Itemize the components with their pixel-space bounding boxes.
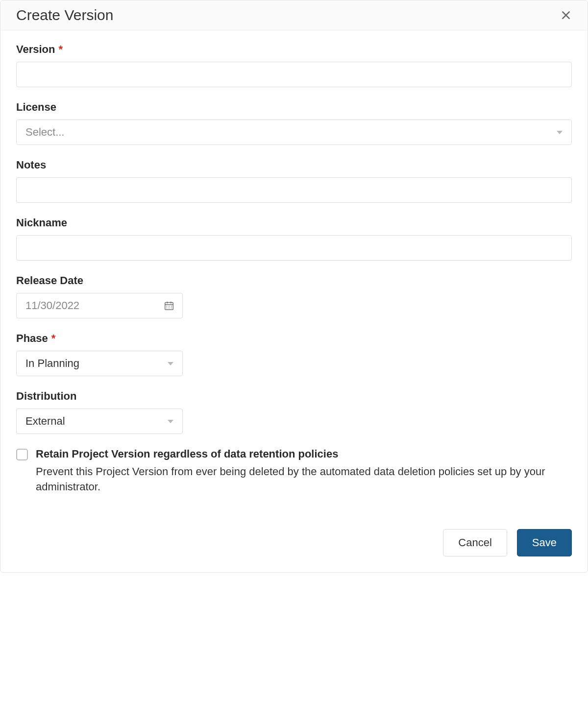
phase-select[interactable]: In Planning bbox=[16, 351, 183, 376]
license-select-placeholder: Select... bbox=[25, 126, 64, 139]
save-button[interactable]: Save bbox=[517, 529, 572, 556]
phase-label-text: Phase bbox=[16, 332, 48, 345]
retain-title: Retain Project Version regardless of dat… bbox=[36, 448, 572, 460]
chevron-down-icon bbox=[557, 131, 563, 134]
license-label: License bbox=[16, 101, 572, 114]
field-phase: Phase * In Planning bbox=[16, 332, 572, 376]
notes-input[interactable] bbox=[16, 177, 572, 203]
field-license: License Select... bbox=[16, 101, 572, 145]
field-release-date: Release Date 11/30/2022 bbox=[16, 274, 572, 318]
notes-label-text: Notes bbox=[16, 159, 46, 171]
version-input[interactable] bbox=[16, 62, 572, 87]
distribution-label-text: Distribution bbox=[16, 390, 76, 403]
phase-select-value: In Planning bbox=[25, 357, 79, 370]
release-date-placeholder: 11/30/2022 bbox=[25, 299, 79, 312]
version-label: Version * bbox=[16, 43, 572, 56]
nickname-input[interactable] bbox=[16, 235, 572, 261]
release-date-label: Release Date bbox=[16, 274, 572, 287]
distribution-select-value: External bbox=[25, 415, 65, 428]
version-label-text: Version bbox=[16, 43, 55, 56]
retain-checkbox-row: Retain Project Version regardless of dat… bbox=[16, 448, 572, 495]
distribution-select[interactable]: External bbox=[16, 409, 183, 434]
license-select[interactable]: Select... bbox=[16, 120, 572, 145]
notes-label: Notes bbox=[16, 159, 572, 171]
nickname-label-text: Nickname bbox=[16, 217, 67, 229]
license-label-text: License bbox=[16, 101, 56, 114]
field-nickname: Nickname bbox=[16, 217, 572, 261]
retain-text-col: Retain Project Version regardless of dat… bbox=[36, 448, 572, 495]
dialog-title: Create Version bbox=[16, 7, 113, 24]
cancel-button[interactable]: Cancel bbox=[443, 529, 507, 556]
close-icon bbox=[561, 10, 571, 20]
phase-label: Phase * bbox=[16, 332, 572, 345]
retain-checkbox[interactable] bbox=[16, 449, 28, 460]
field-distribution: Distribution External bbox=[16, 390, 572, 434]
dialog-header: Create Version bbox=[0, 0, 588, 30]
chevron-down-icon bbox=[168, 420, 173, 423]
create-version-dialog: Create Version Version * License Select.… bbox=[0, 0, 588, 573]
field-notes: Notes bbox=[16, 159, 572, 203]
release-date-input[interactable]: 11/30/2022 bbox=[16, 293, 183, 318]
required-star-icon: * bbox=[58, 43, 63, 56]
release-date-label-text: Release Date bbox=[16, 274, 83, 287]
chevron-down-icon bbox=[168, 362, 173, 365]
retain-description: Prevent this Project Version from ever b… bbox=[36, 464, 572, 495]
nickname-label: Nickname bbox=[16, 217, 572, 229]
calendar-icon bbox=[164, 300, 174, 311]
dialog-footer: Cancel Save bbox=[0, 500, 588, 572]
field-version: Version * bbox=[16, 43, 572, 87]
close-button[interactable] bbox=[557, 6, 575, 24]
distribution-label: Distribution bbox=[16, 390, 572, 403]
dialog-body: Version * License Select... Notes bbox=[0, 30, 588, 500]
required-star-icon: * bbox=[51, 332, 56, 345]
